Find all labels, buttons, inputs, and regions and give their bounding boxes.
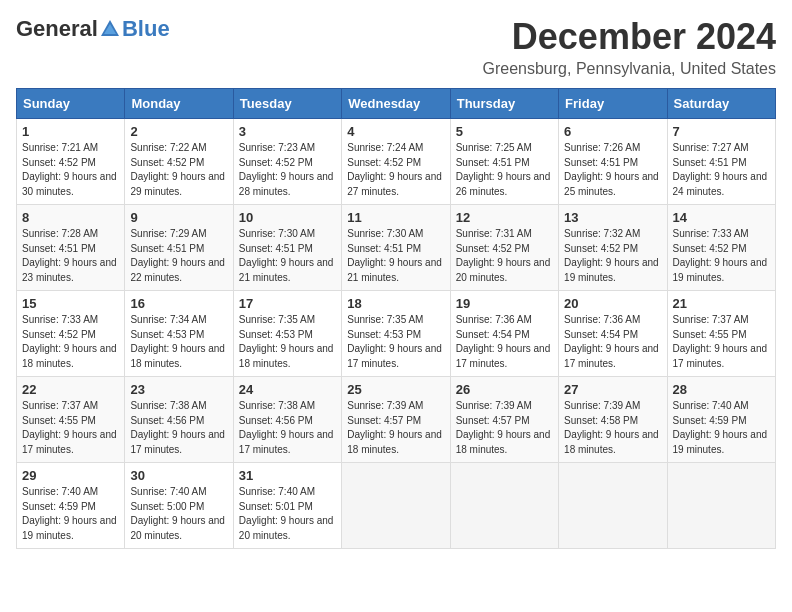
weekday-header-thursday: Thursday (450, 89, 558, 119)
week-row-3: 15Sunrise: 7:33 AMSunset: 4:52 PMDayligh… (17, 291, 776, 377)
day-info: Sunrise: 7:31 AMSunset: 4:52 PMDaylight:… (456, 227, 553, 285)
day-cell (342, 463, 450, 549)
header: General Blue December 2024 Greensburg, P… (16, 16, 776, 78)
day-info: Sunrise: 7:22 AMSunset: 4:52 PMDaylight:… (130, 141, 227, 199)
logo: General Blue (16, 16, 170, 42)
day-cell: 19Sunrise: 7:36 AMSunset: 4:54 PMDayligh… (450, 291, 558, 377)
day-cell: 16Sunrise: 7:34 AMSunset: 4:53 PMDayligh… (125, 291, 233, 377)
day-info: Sunrise: 7:33 AMSunset: 4:52 PMDaylight:… (22, 313, 119, 371)
day-info: Sunrise: 7:39 AMSunset: 4:57 PMDaylight:… (347, 399, 444, 457)
day-number: 18 (347, 296, 444, 311)
day-cell (559, 463, 667, 549)
logo-blue-text: Blue (122, 16, 170, 42)
day-number: 14 (673, 210, 770, 225)
logo-general-text: General (16, 16, 98, 42)
day-number: 27 (564, 382, 661, 397)
title-area: December 2024 Greensburg, Pennsylvania, … (483, 16, 777, 78)
day-cell: 3Sunrise: 7:23 AMSunset: 4:52 PMDaylight… (233, 119, 341, 205)
day-info: Sunrise: 7:35 AMSunset: 4:53 PMDaylight:… (239, 313, 336, 371)
day-number: 16 (130, 296, 227, 311)
week-row-4: 22Sunrise: 7:37 AMSunset: 4:55 PMDayligh… (17, 377, 776, 463)
day-number: 12 (456, 210, 553, 225)
day-cell: 6Sunrise: 7:26 AMSunset: 4:51 PMDaylight… (559, 119, 667, 205)
day-number: 8 (22, 210, 119, 225)
day-cell: 31Sunrise: 7:40 AMSunset: 5:01 PMDayligh… (233, 463, 341, 549)
day-number: 31 (239, 468, 336, 483)
day-number: 10 (239, 210, 336, 225)
calendar: SundayMondayTuesdayWednesdayThursdayFrid… (16, 88, 776, 549)
day-number: 30 (130, 468, 227, 483)
day-cell: 4Sunrise: 7:24 AMSunset: 4:52 PMDaylight… (342, 119, 450, 205)
day-cell: 15Sunrise: 7:33 AMSunset: 4:52 PMDayligh… (17, 291, 125, 377)
day-cell: 17Sunrise: 7:35 AMSunset: 4:53 PMDayligh… (233, 291, 341, 377)
day-info: Sunrise: 7:24 AMSunset: 4:52 PMDaylight:… (347, 141, 444, 199)
day-cell: 26Sunrise: 7:39 AMSunset: 4:57 PMDayligh… (450, 377, 558, 463)
day-info: Sunrise: 7:32 AMSunset: 4:52 PMDaylight:… (564, 227, 661, 285)
day-number: 5 (456, 124, 553, 139)
day-cell: 20Sunrise: 7:36 AMSunset: 4:54 PMDayligh… (559, 291, 667, 377)
day-info: Sunrise: 7:37 AMSunset: 4:55 PMDaylight:… (22, 399, 119, 457)
day-cell: 22Sunrise: 7:37 AMSunset: 4:55 PMDayligh… (17, 377, 125, 463)
day-info: Sunrise: 7:28 AMSunset: 4:51 PMDaylight:… (22, 227, 119, 285)
week-row-1: 1Sunrise: 7:21 AMSunset: 4:52 PMDaylight… (17, 119, 776, 205)
day-number: 20 (564, 296, 661, 311)
day-info: Sunrise: 7:34 AMSunset: 4:53 PMDaylight:… (130, 313, 227, 371)
day-info: Sunrise: 7:36 AMSunset: 4:54 PMDaylight:… (564, 313, 661, 371)
day-cell: 12Sunrise: 7:31 AMSunset: 4:52 PMDayligh… (450, 205, 558, 291)
weekday-header-saturday: Saturday (667, 89, 775, 119)
day-info: Sunrise: 7:38 AMSunset: 4:56 PMDaylight:… (239, 399, 336, 457)
day-info: Sunrise: 7:40 AMSunset: 5:01 PMDaylight:… (239, 485, 336, 543)
day-number: 4 (347, 124, 444, 139)
day-info: Sunrise: 7:36 AMSunset: 4:54 PMDaylight:… (456, 313, 553, 371)
day-cell: 2Sunrise: 7:22 AMSunset: 4:52 PMDaylight… (125, 119, 233, 205)
day-number: 21 (673, 296, 770, 311)
week-row-2: 8Sunrise: 7:28 AMSunset: 4:51 PMDaylight… (17, 205, 776, 291)
day-number: 7 (673, 124, 770, 139)
weekday-header-friday: Friday (559, 89, 667, 119)
day-cell: 1Sunrise: 7:21 AMSunset: 4:52 PMDaylight… (17, 119, 125, 205)
day-cell: 13Sunrise: 7:32 AMSunset: 4:52 PMDayligh… (559, 205, 667, 291)
day-cell: 30Sunrise: 7:40 AMSunset: 5:00 PMDayligh… (125, 463, 233, 549)
day-cell: 10Sunrise: 7:30 AMSunset: 4:51 PMDayligh… (233, 205, 341, 291)
day-number: 23 (130, 382, 227, 397)
day-cell: 9Sunrise: 7:29 AMSunset: 4:51 PMDaylight… (125, 205, 233, 291)
day-cell: 8Sunrise: 7:28 AMSunset: 4:51 PMDaylight… (17, 205, 125, 291)
day-cell: 25Sunrise: 7:39 AMSunset: 4:57 PMDayligh… (342, 377, 450, 463)
day-cell: 29Sunrise: 7:40 AMSunset: 4:59 PMDayligh… (17, 463, 125, 549)
day-info: Sunrise: 7:35 AMSunset: 4:53 PMDaylight:… (347, 313, 444, 371)
day-number: 2 (130, 124, 227, 139)
weekday-header-tuesday: Tuesday (233, 89, 341, 119)
day-number: 26 (456, 382, 553, 397)
day-cell: 27Sunrise: 7:39 AMSunset: 4:58 PMDayligh… (559, 377, 667, 463)
day-cell: 5Sunrise: 7:25 AMSunset: 4:51 PMDaylight… (450, 119, 558, 205)
day-number: 3 (239, 124, 336, 139)
weekday-header-row: SundayMondayTuesdayWednesdayThursdayFrid… (17, 89, 776, 119)
day-info: Sunrise: 7:26 AMSunset: 4:51 PMDaylight:… (564, 141, 661, 199)
day-cell: 24Sunrise: 7:38 AMSunset: 4:56 PMDayligh… (233, 377, 341, 463)
day-number: 22 (22, 382, 119, 397)
day-cell: 28Sunrise: 7:40 AMSunset: 4:59 PMDayligh… (667, 377, 775, 463)
day-number: 25 (347, 382, 444, 397)
day-cell: 14Sunrise: 7:33 AMSunset: 4:52 PMDayligh… (667, 205, 775, 291)
day-number: 9 (130, 210, 227, 225)
day-info: Sunrise: 7:23 AMSunset: 4:52 PMDaylight:… (239, 141, 336, 199)
week-row-5: 29Sunrise: 7:40 AMSunset: 4:59 PMDayligh… (17, 463, 776, 549)
day-info: Sunrise: 7:37 AMSunset: 4:55 PMDaylight:… (673, 313, 770, 371)
weekday-header-sunday: Sunday (17, 89, 125, 119)
day-info: Sunrise: 7:40 AMSunset: 5:00 PMDaylight:… (130, 485, 227, 543)
day-info: Sunrise: 7:21 AMSunset: 4:52 PMDaylight:… (22, 141, 119, 199)
day-cell: 18Sunrise: 7:35 AMSunset: 4:53 PMDayligh… (342, 291, 450, 377)
day-cell: 11Sunrise: 7:30 AMSunset: 4:51 PMDayligh… (342, 205, 450, 291)
day-number: 28 (673, 382, 770, 397)
day-number: 1 (22, 124, 119, 139)
day-info: Sunrise: 7:33 AMSunset: 4:52 PMDaylight:… (673, 227, 770, 285)
day-cell: 21Sunrise: 7:37 AMSunset: 4:55 PMDayligh… (667, 291, 775, 377)
day-info: Sunrise: 7:39 AMSunset: 4:57 PMDaylight:… (456, 399, 553, 457)
month-title: December 2024 (483, 16, 777, 58)
day-info: Sunrise: 7:38 AMSunset: 4:56 PMDaylight:… (130, 399, 227, 457)
day-number: 11 (347, 210, 444, 225)
weekday-header-monday: Monday (125, 89, 233, 119)
day-info: Sunrise: 7:25 AMSunset: 4:51 PMDaylight:… (456, 141, 553, 199)
day-number: 19 (456, 296, 553, 311)
day-cell (667, 463, 775, 549)
